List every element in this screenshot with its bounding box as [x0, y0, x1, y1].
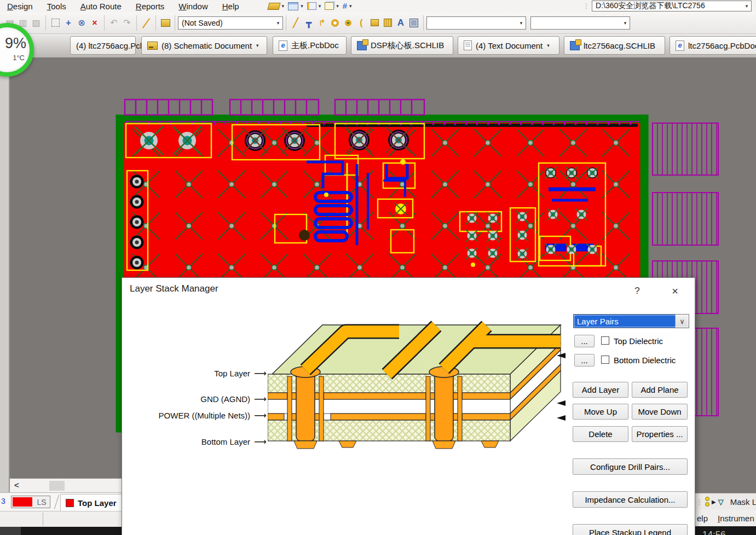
tab-text-document[interactable]: (4) Text Document ▾ — [458, 36, 559, 55]
top-dielectric-properties-button[interactable]: ... — [574, 335, 595, 347]
place-string-icon[interactable]: A — [394, 16, 407, 30]
filter-funnel-icon[interactable]: ▽ — [718, 498, 724, 506]
menu-help-fragment[interactable]: elp — [697, 514, 708, 523]
place-fill-icon[interactable] — [368, 16, 381, 30]
measure-tool-icon[interactable] — [267, 3, 280, 10]
place-pad-icon[interactable] — [328, 16, 342, 30]
cross-probe-icon[interactable]: ⊗ — [75, 16, 88, 30]
variant-combobox[interactable]: (Not Saved) ▾ — [178, 16, 283, 30]
redo-icon[interactable]: ↷ — [120, 16, 134, 30]
layer-stack-illustration — [268, 310, 566, 453]
menu-window[interactable]: Window — [171, 2, 215, 11]
recent-path-value: D:\360安全浏览器下载\LTC2756 — [592, 1, 742, 11]
delete-button[interactable]: Delete — [573, 426, 628, 442]
bottom-dielectric-properties-button[interactable]: ... — [574, 354, 595, 367]
chevron-down-icon[interactable]: ▾ — [742, 3, 751, 9]
horizontal-scrollbar[interactable]: < — [10, 478, 122, 493]
chevron-down-icon[interactable]: ∨ — [675, 315, 689, 328]
layer-set-label: LS — [33, 498, 50, 507]
align-tool-icon[interactable] — [307, 2, 316, 10]
documents-tool-icon[interactable] — [288, 2, 298, 10]
place-stackup-legend-button[interactable]: Place Stackup Legend — [573, 524, 688, 535]
top-dielectric-checkbox[interactable] — [601, 336, 609, 345]
tab-dsp-schlib[interactable]: DSP核心板.SCHLIB — [351, 36, 453, 55]
place-array-icon[interactable] — [381, 16, 394, 30]
toolbar-grip-icon[interactable]: ⋮ — [583, 2, 590, 10]
layer-set-selector[interactable]: LS — [11, 496, 50, 508]
toolbar-combobox-3[interactable]: ▾ — [530, 16, 630, 30]
play-icon[interactable]: ▶ — [712, 499, 716, 505]
status-divider — [43, 513, 43, 526]
help-icon[interactable]: ? — [630, 284, 644, 298]
configure-drill-pairs-button[interactable]: Configure Drill Pairs... — [573, 458, 688, 475]
menu-design[interactable]: Design — [0, 2, 40, 11]
bottom-dielectric-checkbox[interactable] — [601, 356, 609, 364]
grid-tool-icon[interactable]: # — [343, 2, 347, 10]
chevron-down-icon[interactable]: ▾ — [349, 3, 352, 9]
chevron-down-icon[interactable]: ▾ — [621, 20, 630, 26]
state-dots-icon[interactable] — [705, 497, 709, 507]
chevron-down-icon[interactable]: ▾ — [319, 3, 321, 9]
menu-tools[interactable]: Tools — [40, 2, 73, 11]
tab-ltc2756acg-pcbdoc[interactable]: (4) ltc2756acg.PcbDoc ▾ — [70, 36, 136, 55]
undo-icon[interactable]: ↶ — [107, 16, 120, 30]
tab-zhuban-pcbdoc[interactable]: 主板.PcbDoc — [273, 36, 347, 55]
chevron-down-icon[interactable]: ▾ — [301, 3, 303, 9]
left-panel-strip[interactable] — [0, 57, 9, 511]
scroll-left-icon[interactable]: < — [14, 480, 19, 490]
layer-tab-bar: 3 LS Top Layer — [0, 492, 122, 511]
paste-special-icon[interactable]: ▨ — [30, 16, 43, 30]
impedance-calculation-button[interactable]: Impedance Calculation... — [573, 491, 688, 508]
tab-ltc2756acg-schlib[interactable]: ltc2756acg.SCHLIB — [564, 36, 665, 55]
toolbar-combobox-2[interactable]: ▾ — [426, 16, 526, 30]
tab-schematic-document[interactable]: (8) Schematic Document ▾ — [141, 36, 267, 55]
place-arc-icon[interactable]: ( — [355, 16, 368, 30]
chevron-down-icon[interactable]: ▾ — [282, 3, 285, 9]
schematic-doc-icon — [147, 42, 158, 50]
menu-help[interactable]: Help — [215, 2, 246, 11]
place-component-icon[interactable] — [407, 16, 420, 30]
select-area-icon[interactable] — [49, 16, 62, 30]
add-plane-button[interactable]: Add Plane — [632, 382, 688, 398]
move-down-button[interactable]: Move Down — [632, 404, 688, 420]
application-window: Design Tools Auto Route Reports Window H… — [0, 0, 756, 535]
toolbar-separator — [155, 15, 156, 31]
chevron-down-icon[interactable]: ▾ — [256, 43, 259, 48]
menu-auto-route[interactable]: Auto Route — [73, 2, 129, 11]
mask-level-button[interactable]: Mask Le — [730, 497, 756, 507]
schematic-lib-icon — [357, 41, 367, 50]
layer-pairs-combobox[interactable]: Layer Pairs ∨ — [573, 314, 689, 328]
pointer-arrow-icon: ⟶ — [254, 394, 267, 404]
chevron-down-icon[interactable]: ▾ — [274, 20, 282, 26]
top-dielectric-label: Top Dielectric — [614, 335, 663, 347]
cpu-percent: 9% — [5, 35, 26, 52]
move-up-button[interactable]: Move Up — [573, 404, 628, 420]
menu-reports[interactable]: Reports — [129, 2, 172, 11]
close-icon[interactable]: × — [668, 284, 682, 298]
scrollbar-thumb[interactable] — [49, 481, 65, 491]
layer-tab-fragment[interactable]: 3 — [1, 497, 5, 505]
move-icon[interactable]: + — [62, 16, 75, 30]
wand-icon[interactable]: ╱ — [138, 15, 153, 30]
standard-toolbar: ▤ ▥ ▨ + ⊗ × ↶ ↷ ╱ (Not Saved) ▾ ╱ ┳ ↱ ( … — [0, 12, 756, 34]
clear-filter-icon[interactable]: × — [88, 16, 101, 30]
add-layer-button[interactable]: Add Layer — [573, 382, 628, 398]
properties-button[interactable]: Properties ... — [632, 426, 688, 442]
placement-tool-icon[interactable] — [325, 2, 334, 10]
tab-label: (8) Schematic Document — [161, 41, 252, 50]
taskbar-segment[interactable] — [0, 526, 21, 535]
toolbar-grip-icon[interactable]: ⋮ — [696, 498, 703, 506]
browse-library-icon[interactable] — [159, 16, 172, 30]
recent-path-combobox[interactable]: D:\360安全浏览器下载\LTC2756 ▾ — [592, 1, 752, 11]
tab-ltc2756acg-pcbdoc-2[interactable]: ltc2756acg.PcbDoc — [670, 36, 756, 55]
top-layer-tab[interactable]: Top Layer — [60, 494, 122, 511]
place-via-icon[interactable] — [342, 16, 355, 30]
interactive-routing-icon[interactable]: ╱ — [289, 16, 302, 30]
menu-instruments-fragment[interactable]: Instrumen — [718, 514, 754, 523]
fanout-icon[interactable]: ┳ — [302, 16, 315, 30]
chevron-down-icon[interactable]: ▾ — [547, 43, 550, 48]
chevron-down-icon[interactable]: ▾ — [336, 3, 339, 9]
chevron-down-icon[interactable]: ▾ — [517, 20, 526, 26]
differential-pair-routing-icon[interactable]: ↱ — [315, 16, 328, 30]
dialog-title: Layer Stack Manager — [130, 283, 218, 294]
